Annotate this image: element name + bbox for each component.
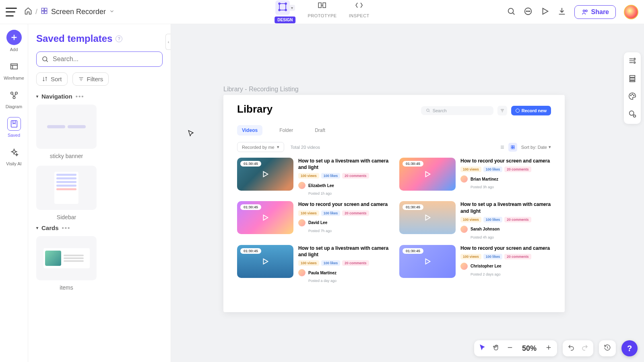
frame-search[interactable]: Search	[421, 106, 493, 115]
template-sticky-banner[interactable]: sticky banner	[36, 105, 97, 159]
mode-design[interactable]: ▾ DESIGN	[275, 0, 295, 23]
play-icon[interactable]	[541, 7, 549, 17]
search-icon[interactable]	[507, 7, 516, 17]
video-card[interactable]: 01:30:45How to record your screen and ca…	[399, 245, 551, 283]
video-thumbnail[interactable]: 01:30:45	[237, 158, 293, 191]
zoom-in-icon[interactable]	[545, 344, 552, 353]
play-icon	[261, 257, 270, 266]
filter-icon[interactable]	[497, 106, 507, 115]
rail-add[interactable]: Add	[3, 30, 25, 52]
comments-badge: 20 comments	[504, 167, 531, 172]
views-badge: 100 views	[298, 210, 319, 216]
video-title: How to set up a livestream with camera a…	[298, 245, 389, 258]
duration-badge: 01:30:45	[240, 248, 261, 254]
zoom-out-icon[interactable]	[506, 344, 514, 353]
section-navigation[interactable]: ▾Navigation•••	[36, 93, 163, 100]
sort-button[interactable]: Sort	[36, 72, 68, 86]
svg-point-29	[634, 58, 636, 60]
svg-rect-27	[511, 147, 513, 149]
menu-icon[interactable]	[6, 8, 17, 16]
page-title: Library	[237, 103, 272, 115]
template-items[interactable]: items	[36, 236, 97, 291]
video-card[interactable]: 01:30:45How to set up a livestream with …	[399, 201, 551, 239]
video-card[interactable]: 01:30:45How to set up a livestream with …	[237, 245, 389, 283]
help-button[interactable]: ?	[621, 340, 638, 356]
video-card[interactable]: 01:30:45How to set up a livestream with …	[237, 158, 389, 195]
select-tool-icon[interactable]	[479, 344, 486, 353]
frame-label[interactable]: Library - Recording Listing	[223, 86, 299, 93]
mode-prototype[interactable]: PROTOTYPE	[308, 0, 337, 18]
svg-rect-28	[513, 147, 514, 149]
tab-videos[interactable]: Videos	[237, 125, 262, 136]
undo-icon[interactable]	[568, 344, 575, 353]
library-tabs: Videos Folder Draft	[237, 125, 551, 136]
home-icon[interactable]	[24, 7, 32, 17]
bottom-toolbar: 50% ?	[408, 340, 638, 356]
rail-ai-label: Visily AI	[6, 161, 21, 166]
zoom-value[interactable]: 50%	[520, 344, 539, 353]
redo-icon[interactable]	[581, 344, 588, 353]
user-avatar[interactable]	[624, 5, 638, 19]
settings-icon[interactable]	[628, 56, 637, 67]
layers-icon[interactable]	[628, 74, 637, 84]
prototype-icon	[318, 0, 327, 12]
play-icon	[423, 257, 432, 266]
author-name: Sarah Johnson	[471, 227, 500, 231]
template-search-input[interactable]	[53, 56, 157, 63]
rail-wireframe[interactable]: Wireframe	[3, 60, 25, 80]
view-list-icon[interactable]	[498, 143, 507, 152]
views-badge: 100 views	[460, 167, 481, 172]
section-cards[interactable]: ▾Cards•••	[36, 224, 163, 231]
views-badge: 100 views	[460, 254, 481, 259]
mode-inspect-label: INSPECT	[349, 13, 369, 18]
chevron-down-icon[interactable]: ▾	[289, 5, 295, 11]
palette-icon[interactable]	[628, 92, 637, 102]
mode-prototype-label: PROTOTYPE	[308, 13, 337, 18]
share-button[interactable]: Share	[574, 5, 616, 19]
avatar	[298, 182, 305, 189]
download-icon[interactable]	[557, 7, 566, 17]
tab-folder[interactable]: Folder	[275, 125, 298, 136]
hand-tool-icon[interactable]	[493, 344, 500, 353]
tab-draft[interactable]: Draft	[310, 125, 330, 136]
svg-point-24	[426, 109, 429, 111]
mode-switcher: ▾ DESIGN PROTOTYPE INSPECT	[275, 0, 369, 23]
video-card[interactable]: 01:30:45How to record your screen and ca…	[237, 201, 389, 239]
svg-point-30	[634, 62, 636, 64]
rail-saved[interactable]: Saved	[3, 117, 25, 138]
posted-time: Posted 2 days ago	[471, 272, 551, 276]
video-thumbnail[interactable]: 01:30:45	[399, 158, 456, 191]
template-search[interactable]	[36, 51, 163, 67]
sort-by-dropdown[interactable]: Sort by: Date▾	[521, 144, 551, 150]
more-icon[interactable]: •••	[76, 93, 85, 100]
search-icon	[41, 56, 49, 63]
chevron-down-icon[interactable]	[109, 8, 115, 16]
mode-inspect[interactable]: INSPECT	[349, 0, 369, 18]
video-thumbnail[interactable]: 01:30:45	[399, 245, 456, 278]
posted-time: Posted a day ago	[308, 279, 389, 283]
avatar	[460, 226, 468, 233]
recorded-by-dropdown[interactable]: Recorded by me▾	[237, 142, 284, 152]
design-icon	[275, 0, 290, 15]
record-new-button[interactable]: Record new	[511, 106, 551, 115]
help-icon[interactable]: ?	[116, 35, 122, 42]
canvas[interactable]: Library - Recording Listing Library Sear…	[171, 24, 644, 362]
ai-settings-icon[interactable]	[628, 109, 637, 120]
author: Brian Martinez	[460, 175, 551, 183]
history-icon[interactable]	[604, 344, 611, 353]
video-grid: 01:30:45How to set up a livestream with …	[237, 158, 551, 283]
video-card[interactable]: 01:30:45How to record your screen and ca…	[399, 158, 551, 195]
collapse-panel-button[interactable]: ‹	[165, 34, 171, 50]
more-icon[interactable]: •••	[62, 224, 71, 231]
video-thumbnail[interactable]: 01:30:45	[237, 201, 293, 234]
document-name[interactable]: Screen Recorder	[51, 8, 106, 16]
template-sidebar[interactable]: Sidebar	[36, 166, 97, 220]
view-grid-icon[interactable]	[508, 143, 517, 152]
comments-icon[interactable]	[524, 7, 533, 17]
video-thumbnail[interactable]: 01:30:45	[237, 245, 293, 278]
filters-button[interactable]: Filters	[72, 72, 109, 86]
rail-diagram[interactable]: Diagram	[3, 88, 25, 109]
artboard-library[interactable]: Library Search Record new Videos Folder …	[223, 95, 565, 312]
video-thumbnail[interactable]: 01:30:45	[399, 201, 456, 234]
rail-ai[interactable]: Visily AI	[3, 146, 25, 166]
